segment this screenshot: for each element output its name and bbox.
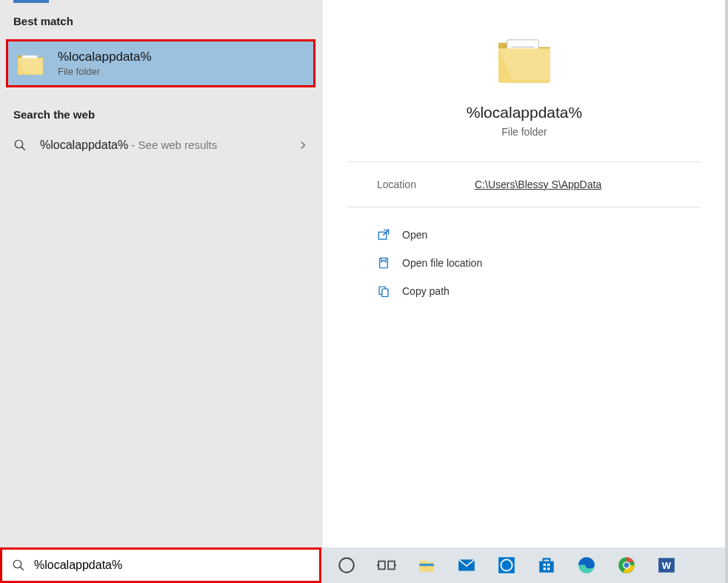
folder-icon (495, 34, 553, 86)
search-results-panel: Best match %localappdata% File folder Se… (0, 0, 321, 547)
top-border (0, 0, 321, 3)
svg-text:W: W (662, 560, 672, 571)
action-copy-path-label: Copy path (402, 285, 450, 297)
svg-line-17 (20, 567, 24, 570)
cortana-icon[interactable] (332, 550, 361, 580)
best-match-header: Best match (0, 3, 321, 35)
open-icon (377, 228, 390, 241)
svg-rect-31 (547, 567, 550, 570)
svg-point-4 (15, 140, 23, 148)
copy-path-icon (377, 284, 390, 298)
chevron-right-icon (298, 140, 308, 150)
action-copy-path[interactable]: Copy path (377, 277, 672, 305)
action-open[interactable]: Open (377, 221, 672, 249)
open-location-icon (377, 256, 390, 270)
svg-rect-19 (378, 562, 385, 570)
action-open-location-label: Open file location (402, 257, 482, 269)
scrollbar-edge (725, 0, 728, 583)
mail-icon[interactable] (452, 550, 481, 580)
best-match-title: %localappdata% (58, 50, 152, 64)
active-filter-indicator (13, 0, 49, 3)
search-icon (12, 559, 25, 572)
actions-list: Open Open file location Copy path (347, 207, 701, 319)
word-icon[interactable]: W (652, 550, 681, 580)
svg-rect-28 (544, 564, 546, 566)
search-web-header: Search the web (0, 96, 321, 128)
svg-rect-30 (544, 567, 546, 570)
folder-icon (16, 51, 44, 76)
best-match-text: %localappdata% File folder (58, 50, 152, 77)
svg-line-12 (383, 230, 389, 236)
svg-rect-27 (539, 562, 554, 573)
dell-icon[interactable] (492, 550, 521, 580)
web-result-suffix: - See web results (128, 139, 217, 151)
microsoft-store-icon[interactable] (532, 550, 561, 580)
details-header: %localappdata% File folder (347, 0, 701, 162)
location-label: Location (377, 179, 475, 190)
svg-rect-20 (388, 562, 395, 570)
web-result-text: %localappdata% - See web results (40, 139, 298, 152)
taskbar: W (321, 547, 728, 583)
details-title: %localappdata% (347, 104, 701, 121)
svg-point-35 (624, 563, 630, 568)
best-match-result[interactable]: %localappdata% File folder (6, 39, 315, 87)
svg-point-18 (339, 558, 354, 573)
chrome-icon[interactable] (612, 550, 641, 580)
edge-icon[interactable] (572, 550, 601, 580)
svg-line-5 (21, 147, 25, 150)
location-row: Location C:\Users\Blessy S\AppData (347, 162, 701, 207)
svg-rect-29 (547, 564, 550, 566)
svg-rect-23 (419, 564, 434, 566)
file-explorer-icon[interactable] (412, 550, 441, 580)
best-match-subtitle: File folder (58, 66, 152, 77)
svg-point-16 (13, 560, 21, 568)
search-box[interactable] (0, 547, 321, 583)
svg-rect-15 (382, 289, 388, 297)
web-result-row[interactable]: %localappdata% - See web results (0, 128, 321, 162)
search-input[interactable] (34, 559, 321, 572)
details-subtitle: File folder (347, 126, 701, 138)
action-open-location[interactable]: Open file location (377, 249, 672, 277)
web-result-query: %localappdata% (40, 139, 128, 151)
svg-rect-13 (380, 258, 388, 268)
search-icon (13, 139, 27, 152)
location-link[interactable]: C:\Users\Blessy S\AppData (475, 179, 601, 190)
task-view-icon[interactable] (372, 550, 401, 580)
details-panel: %localappdata% File folder Location C:\U… (321, 0, 727, 547)
action-open-label: Open (402, 229, 427, 241)
